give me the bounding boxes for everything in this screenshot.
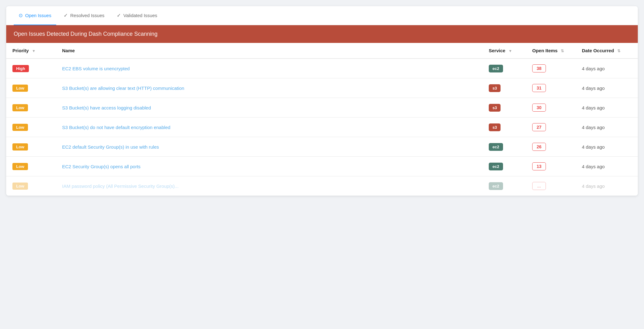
tab-open-issues[interactable]: ⊙ Open Issues [14, 6, 56, 25]
issue-name-link[interactable]: S3 Bucket(s) do not have default encrypt… [62, 125, 170, 130]
table-row: LowEC2 default Security Group(s) in use … [6, 137, 638, 157]
service-badge: ec2 [489, 143, 503, 151]
col-header-priority[interactable]: Priority ▼ [6, 43, 56, 58]
priority-badge: Low [12, 143, 28, 151]
col-open-items-label: Open Items [532, 48, 558, 53]
priority-badge: Low [12, 183, 28, 190]
table-row: HighEC2 EBS volume is unencryptedec2384 … [6, 58, 638, 78]
col-service-label: Service [489, 48, 505, 53]
date-occurred: 4 days ago [582, 66, 605, 71]
tab-bar: ⊙ Open Issues ✓ Resolved Issues ✓ Valida… [6, 6, 638, 25]
open-items-badge: 30 [532, 104, 546, 112]
resolved-issues-icon: ✓ [64, 12, 68, 18]
tab-resolved-issues[interactable]: ✓ Resolved Issues [59, 6, 109, 25]
open-items-badge: 38 [532, 64, 546, 72]
table-row: LowS3 Bucket(s) have access logging disa… [6, 98, 638, 118]
service-badge: ec2 [489, 182, 503, 190]
open-issues-icon: ⊙ [19, 12, 23, 18]
col-name-label: Name [62, 48, 75, 53]
priority-badge: High [12, 65, 29, 72]
sort-icon-service: ▼ [509, 49, 512, 53]
validated-issues-icon: ✓ [117, 12, 121, 18]
sort-icon-priority: ▼ [32, 49, 36, 53]
service-badge: s3 [489, 123, 501, 131]
table-row-partial: LowIAM password policy (All Permissive S… [6, 176, 638, 196]
col-header-service[interactable]: Service ▼ [483, 43, 526, 58]
issues-table-wrapper: Priority ▼ Name Service ▼ Open Items ⇅ [6, 43, 638, 196]
date-occurred: 4 days ago [582, 86, 605, 91]
banner: Open Issues Detected During Dash Complia… [6, 25, 638, 43]
col-header-open-items[interactable]: Open Items ⇅ [526, 43, 576, 58]
tab-resolved-issues-label: Resolved Issues [70, 13, 104, 18]
date-occurred-partial: 4 days ago [576, 176, 638, 196]
issues-table: Priority ▼ Name Service ▼ Open Items ⇅ [6, 43, 638, 196]
date-occurred: 4 days ago [582, 105, 605, 110]
main-container: ⊙ Open Issues ✓ Resolved Issues ✓ Valida… [6, 6, 638, 196]
col-header-date[interactable]: Date Occurred ⇅ [576, 43, 638, 58]
table-row: LowS3 Bucket(s) are allowing clear text … [6, 78, 638, 98]
service-badge: ec2 [489, 163, 503, 170]
sort-icon-open-items: ⇅ [561, 49, 564, 53]
tab-validated-issues-label: Validated Issues [123, 13, 157, 18]
open-items-badge: 26 [532, 143, 546, 151]
issue-name-link[interactable]: EC2 EBS volume is unencrypted [62, 66, 130, 71]
priority-badge: Low [12, 163, 28, 170]
table-header-row: Priority ▼ Name Service ▼ Open Items ⇅ [6, 43, 638, 58]
col-priority-label: Priority [12, 48, 29, 53]
service-badge: s3 [489, 104, 501, 112]
sort-icon-date: ⇅ [617, 49, 620, 53]
issue-name-link[interactable]: S3 Bucket(s) have access logging disable… [62, 105, 151, 110]
issue-name-link[interactable]: S3 Bucket(s) are allowing clear text (HT… [62, 86, 184, 91]
priority-badge: Low [12, 124, 28, 131]
issue-name-partial: IAM password policy (All Permissive Secu… [56, 176, 483, 196]
service-badge: ec2 [489, 65, 503, 72]
service-badge: s3 [489, 84, 501, 92]
priority-badge: Low [12, 104, 28, 111]
table-row: LowEC2 Security Group(s) opens all ports… [6, 157, 638, 176]
open-items-badge: ... [532, 182, 546, 190]
col-header-name: Name [56, 43, 483, 58]
issue-name-link[interactable]: EC2 default Security Group(s) in use wit… [62, 144, 159, 150]
tab-validated-issues[interactable]: ✓ Validated Issues [112, 6, 162, 25]
banner-text: Open Issues Detected During Dash Complia… [14, 31, 157, 37]
priority-badge: Low [12, 85, 28, 92]
open-items-badge: 13 [532, 162, 546, 170]
date-occurred: 4 days ago [582, 164, 605, 169]
tab-open-issues-label: Open Issues [25, 13, 51, 18]
open-items-badge: 31 [532, 84, 546, 92]
open-items-badge: 27 [532, 123, 546, 131]
table-row: LowS3 Bucket(s) do not have default encr… [6, 118, 638, 137]
issue-name-link[interactable]: EC2 Security Group(s) opens all ports [62, 164, 141, 169]
date-occurred: 4 days ago [582, 144, 605, 150]
date-occurred: 4 days ago [582, 125, 605, 130]
col-date-label: Date Occurred [582, 48, 614, 53]
